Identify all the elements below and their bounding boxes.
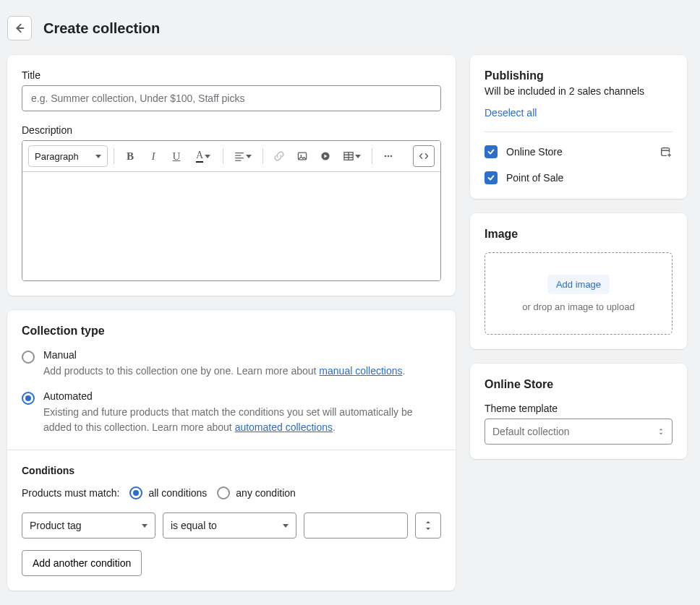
sort-icon: [424, 520, 432, 531]
svg-point-5: [388, 155, 390, 158]
chevron-down-icon: [355, 155, 361, 158]
chevron-down-icon: [283, 524, 289, 528]
condition-field-select[interactable]: Product tag: [22, 512, 155, 539]
image-dropzone[interactable]: Add image or drop an image to upload: [485, 252, 673, 335]
align-button[interactable]: [229, 146, 257, 166]
text-color-button[interactable]: A: [189, 146, 217, 166]
condition-value-input[interactable]: [304, 512, 408, 539]
condition-sort-button[interactable]: [415, 512, 441, 539]
channel-label: Point of Sale: [506, 172, 673, 184]
calendar-add-icon: [660, 145, 673, 158]
match-any-label: any condition: [236, 487, 296, 499]
italic-button[interactable]: I: [143, 146, 163, 166]
match-all-label: all conditions: [148, 487, 207, 499]
svg-point-6: [390, 155, 393, 158]
schedule-button[interactable]: [660, 145, 673, 158]
automated-label: Automated: [43, 390, 441, 402]
play-circle-icon: [320, 150, 331, 162]
svg-point-4: [385, 155, 387, 158]
toolbar-divider: [223, 148, 223, 164]
chevron-down-icon: [205, 155, 210, 158]
condition-operator-select[interactable]: is equal to: [163, 512, 296, 539]
rich-text-editor: Paragraph B I U A: [22, 140, 441, 281]
add-image-button[interactable]: Add image: [547, 275, 610, 294]
ellipsis-icon: [383, 150, 394, 162]
underline-button[interactable]: U: [166, 146, 187, 166]
align-left-icon: [234, 151, 244, 161]
chevron-down-icon: [142, 524, 148, 528]
manual-collections-link[interactable]: manual collections: [319, 365, 402, 377]
back-button[interactable]: [7, 16, 32, 40]
html-toggle-button[interactable]: [413, 145, 435, 167]
toolbar-divider: [262, 148, 263, 164]
match-label: Products must match:: [22, 487, 119, 499]
online-store-card: Online Store Theme template Default coll…: [470, 364, 687, 459]
page-title: Create collection: [43, 20, 160, 37]
manual-label: Manual: [43, 349, 405, 361]
check-icon: [487, 173, 495, 182]
theme-template-label: Theme template: [485, 403, 673, 414]
italic-icon: I: [152, 150, 155, 163]
chevron-down-icon: [95, 155, 101, 158]
match-all-radio[interactable]: [129, 486, 142, 499]
video-button[interactable]: [315, 146, 336, 166]
theme-template-value: Default collection: [492, 426, 570, 437]
radio-selected-dot: [25, 395, 31, 401]
toolbar-divider: [372, 148, 372, 164]
link-icon: [273, 150, 285, 162]
toolbar-divider: [114, 148, 114, 164]
condition-operator-value: is equal to: [171, 520, 217, 531]
divider: [485, 132, 673, 132]
underline-icon: U: [173, 150, 181, 163]
text-color-icon: A: [196, 150, 203, 163]
image-icon: [296, 150, 308, 162]
title-description-card: Title Description Paragraph B I U: [7, 55, 456, 296]
radio-selected-dot: [133, 490, 139, 496]
image-heading: Image: [485, 228, 673, 241]
theme-template-select[interactable]: Default collection: [485, 419, 673, 445]
table-button[interactable]: [338, 146, 366, 166]
chevron-down-icon: [246, 155, 252, 158]
channel-checkbox-pos[interactable]: [485, 171, 498, 184]
channel-checkbox-online-store[interactable]: [485, 145, 498, 158]
collection-type-radio-manual[interactable]: [22, 351, 35, 364]
bold-icon: B: [127, 150, 134, 163]
table-icon: [343, 151, 354, 161]
automated-description: Existing and future products that match …: [43, 405, 441, 435]
automated-collections-link[interactable]: automated collections: [235, 421, 333, 433]
image-card: Image Add image or drop an image to uplo…: [470, 213, 687, 349]
select-arrows-icon: [657, 426, 665, 437]
add-condition-button[interactable]: Add another condition: [22, 550, 142, 576]
condition-field-value: Product tag: [30, 520, 82, 531]
publishing-subtext: Will be included in 2 sales channels: [485, 85, 673, 97]
more-formatting-button[interactable]: [378, 146, 398, 166]
image-button[interactable]: [292, 146, 312, 166]
manual-description: Add products to this collection one by o…: [43, 364, 405, 379]
collection-type-heading: Collection type: [22, 325, 441, 338]
arrow-left-icon: [13, 22, 26, 35]
publishing-heading: Publishing: [485, 69, 673, 82]
paragraph-style-label: Paragraph: [35, 151, 79, 162]
match-any-radio[interactable]: [217, 486, 230, 499]
collection-type-card: Collection type Manual Add products to t…: [7, 310, 456, 591]
publishing-card: Publishing Will be included in 2 sales c…: [470, 55, 687, 199]
title-label: Title: [22, 69, 441, 81]
channel-label: Online Store: [506, 146, 651, 158]
collection-type-radio-automated[interactable]: [22, 392, 35, 405]
paragraph-style-select[interactable]: Paragraph: [28, 145, 108, 167]
link-button[interactable]: [269, 146, 289, 166]
code-icon: [418, 150, 430, 162]
description-input[interactable]: [22, 172, 440, 280]
deselect-all-link[interactable]: Deselect all: [485, 107, 537, 119]
title-input[interactable]: [22, 85, 441, 111]
conditions-heading: Conditions: [22, 465, 441, 476]
online-store-heading: Online Store: [485, 378, 673, 391]
rte-toolbar: Paragraph B I U A: [22, 141, 440, 172]
image-drop-text: or drop an image to upload: [522, 301, 634, 312]
check-icon: [487, 147, 495, 156]
bold-button[interactable]: B: [120, 146, 140, 166]
description-label: Description: [22, 124, 441, 136]
